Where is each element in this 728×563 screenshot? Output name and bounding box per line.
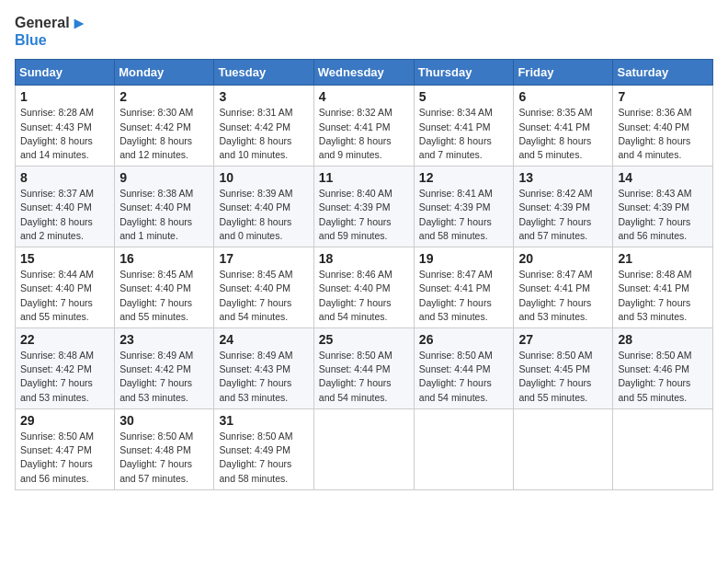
calendar-header-friday: Friday bbox=[514, 60, 613, 86]
calendar-cell bbox=[613, 408, 713, 489]
day-number: 25 bbox=[319, 332, 409, 347]
calendar-cell: 16Sunrise: 8:45 AM Sunset: 4:40 PM Dayli… bbox=[115, 247, 214, 328]
calendar-cell: 13Sunrise: 8:42 AM Sunset: 4:39 PM Dayli… bbox=[514, 167, 613, 247]
calendar-cell: 27Sunrise: 8:50 AM Sunset: 4:45 PM Dayli… bbox=[514, 327, 613, 408]
calendar-cell: 31Sunrise: 8:50 AM Sunset: 4:49 PM Dayli… bbox=[214, 408, 313, 489]
day-number: 1 bbox=[20, 89, 109, 104]
day-info: Sunrise: 8:50 AM Sunset: 4:45 PM Dayligh… bbox=[518, 349, 608, 405]
logo-general: General bbox=[15, 15, 70, 30]
calendar-header-monday: Monday bbox=[115, 60, 214, 86]
day-info: Sunrise: 8:36 AM Sunset: 4:40 PM Dayligh… bbox=[618, 106, 708, 162]
day-number: 3 bbox=[219, 89, 308, 104]
calendar-cell: 4Sunrise: 8:32 AM Sunset: 4:41 PM Daylig… bbox=[313, 86, 414, 167]
calendar-header-wednesday: Wednesday bbox=[313, 60, 414, 86]
day-info: Sunrise: 8:30 AM Sunset: 4:42 PM Dayligh… bbox=[119, 106, 209, 162]
calendar-cell: 7Sunrise: 8:36 AM Sunset: 4:40 PM Daylig… bbox=[613, 86, 713, 167]
day-info: Sunrise: 8:38 AM Sunset: 4:40 PM Dayligh… bbox=[119, 187, 209, 243]
day-number: 18 bbox=[319, 251, 409, 266]
logo-text: General Blue bbox=[15, 15, 87, 48]
calendar-cell: 26Sunrise: 8:50 AM Sunset: 4:44 PM Dayli… bbox=[414, 327, 514, 408]
day-info: Sunrise: 8:46 AM Sunset: 4:40 PM Dayligh… bbox=[319, 268, 409, 324]
calendar-cell: 9Sunrise: 8:38 AM Sunset: 4:40 PM Daylig… bbox=[115, 167, 214, 247]
calendar-cell: 5Sunrise: 8:34 AM Sunset: 4:41 PM Daylig… bbox=[414, 86, 514, 167]
calendar-week-row: 15Sunrise: 8:44 AM Sunset: 4:40 PM Dayli… bbox=[16, 247, 713, 328]
day-number: 23 bbox=[119, 332, 209, 347]
day-info: Sunrise: 8:50 AM Sunset: 4:47 PM Dayligh… bbox=[20, 430, 109, 486]
calendar-cell: 20Sunrise: 8:47 AM Sunset: 4:41 PM Dayli… bbox=[514, 247, 613, 328]
calendar-header-thursday: Thursday bbox=[414, 60, 514, 86]
day-number: 17 bbox=[219, 251, 308, 266]
calendar-cell: 24Sunrise: 8:49 AM Sunset: 4:43 PM Dayli… bbox=[214, 327, 313, 408]
day-info: Sunrise: 8:44 AM Sunset: 4:40 PM Dayligh… bbox=[20, 268, 109, 324]
calendar-week-row: 29Sunrise: 8:50 AM Sunset: 4:47 PM Dayli… bbox=[16, 408, 713, 489]
day-number: 19 bbox=[419, 251, 509, 266]
day-info: Sunrise: 8:45 AM Sunset: 4:40 PM Dayligh… bbox=[119, 268, 209, 324]
calendar-cell: 30Sunrise: 8:50 AM Sunset: 4:48 PM Dayli… bbox=[115, 408, 214, 489]
day-info: Sunrise: 8:43 AM Sunset: 4:39 PM Dayligh… bbox=[618, 187, 708, 243]
day-number: 16 bbox=[119, 251, 209, 266]
day-info: Sunrise: 8:31 AM Sunset: 4:42 PM Dayligh… bbox=[219, 106, 308, 162]
day-info: Sunrise: 8:48 AM Sunset: 4:42 PM Dayligh… bbox=[20, 349, 109, 405]
day-number: 2 bbox=[119, 89, 209, 104]
day-info: Sunrise: 8:32 AM Sunset: 4:41 PM Dayligh… bbox=[319, 106, 409, 162]
day-number: 9 bbox=[119, 170, 209, 185]
calendar-week-row: 8Sunrise: 8:37 AM Sunset: 4:40 PM Daylig… bbox=[16, 167, 713, 247]
day-info: Sunrise: 8:50 AM Sunset: 4:48 PM Dayligh… bbox=[119, 430, 209, 486]
calendar-cell: 10Sunrise: 8:39 AM Sunset: 4:40 PM Dayli… bbox=[214, 167, 313, 247]
calendar-cell: 1Sunrise: 8:28 AM Sunset: 4:43 PM Daylig… bbox=[16, 86, 115, 167]
calendar-header-tuesday: Tuesday bbox=[214, 60, 313, 86]
svg-marker-0 bbox=[74, 18, 84, 29]
day-number: 15 bbox=[20, 251, 109, 266]
day-info: Sunrise: 8:48 AM Sunset: 4:41 PM Dayligh… bbox=[618, 268, 708, 324]
day-number: 30 bbox=[119, 413, 209, 428]
calendar-cell: 15Sunrise: 8:44 AM Sunset: 4:40 PM Dayli… bbox=[16, 247, 115, 328]
calendar-cell: 22Sunrise: 8:48 AM Sunset: 4:42 PM Dayli… bbox=[16, 327, 115, 408]
day-info: Sunrise: 8:50 AM Sunset: 4:44 PM Dayligh… bbox=[319, 349, 409, 405]
day-number: 24 bbox=[219, 332, 308, 347]
calendar-cell bbox=[313, 408, 414, 489]
calendar-header-sunday: Sunday bbox=[16, 60, 115, 86]
day-info: Sunrise: 8:50 AM Sunset: 4:44 PM Dayligh… bbox=[419, 349, 509, 405]
day-number: 27 bbox=[518, 332, 608, 347]
calendar-cell: 29Sunrise: 8:50 AM Sunset: 4:47 PM Dayli… bbox=[16, 408, 115, 489]
day-number: 8 bbox=[20, 170, 109, 185]
calendar-cell: 17Sunrise: 8:45 AM Sunset: 4:40 PM Dayli… bbox=[214, 247, 313, 328]
logo-chevron-icon bbox=[71, 16, 87, 32]
day-info: Sunrise: 8:45 AM Sunset: 4:40 PM Dayligh… bbox=[219, 268, 308, 324]
calendar-cell: 12Sunrise: 8:41 AM Sunset: 4:39 PM Dayli… bbox=[414, 167, 514, 247]
calendar-header-row: SundayMondayTuesdayWednesdayThursdayFrid… bbox=[16, 60, 713, 86]
day-number: 29 bbox=[20, 413, 109, 428]
day-info: Sunrise: 8:47 AM Sunset: 4:41 PM Dayligh… bbox=[419, 268, 509, 324]
day-number: 21 bbox=[618, 251, 708, 266]
calendar-cell: 25Sunrise: 8:50 AM Sunset: 4:44 PM Dayli… bbox=[313, 327, 414, 408]
calendar-cell: 11Sunrise: 8:40 AM Sunset: 4:39 PM Dayli… bbox=[313, 167, 414, 247]
day-info: Sunrise: 8:39 AM Sunset: 4:40 PM Dayligh… bbox=[219, 187, 308, 243]
day-info: Sunrise: 8:49 AM Sunset: 4:43 PM Dayligh… bbox=[219, 349, 308, 405]
calendar-header-saturday: Saturday bbox=[613, 60, 713, 86]
day-number: 6 bbox=[518, 89, 608, 104]
day-info: Sunrise: 8:41 AM Sunset: 4:39 PM Dayligh… bbox=[419, 187, 509, 243]
day-number: 14 bbox=[618, 170, 708, 185]
calendar-cell: 19Sunrise: 8:47 AM Sunset: 4:41 PM Dayli… bbox=[414, 247, 514, 328]
day-number: 4 bbox=[319, 89, 409, 104]
day-number: 7 bbox=[618, 89, 708, 104]
calendar-cell: 28Sunrise: 8:50 AM Sunset: 4:46 PM Dayli… bbox=[613, 327, 713, 408]
day-info: Sunrise: 8:50 AM Sunset: 4:49 PM Dayligh… bbox=[219, 430, 308, 486]
day-info: Sunrise: 8:37 AM Sunset: 4:40 PM Dayligh… bbox=[20, 187, 109, 243]
calendar-cell: 14Sunrise: 8:43 AM Sunset: 4:39 PM Dayli… bbox=[613, 167, 713, 247]
day-info: Sunrise: 8:42 AM Sunset: 4:39 PM Dayligh… bbox=[518, 187, 608, 243]
calendar: SundayMondayTuesdayWednesdayThursdayFrid… bbox=[15, 59, 713, 489]
calendar-week-row: 1Sunrise: 8:28 AM Sunset: 4:43 PM Daylig… bbox=[16, 86, 713, 167]
header: General Blue bbox=[15, 15, 713, 48]
calendar-week-row: 22Sunrise: 8:48 AM Sunset: 4:42 PM Dayli… bbox=[16, 327, 713, 408]
logo-blue: Blue bbox=[15, 32, 47, 48]
day-number: 26 bbox=[419, 332, 509, 347]
day-info: Sunrise: 8:34 AM Sunset: 4:41 PM Dayligh… bbox=[419, 106, 509, 162]
calendar-cell bbox=[514, 408, 613, 489]
calendar-cell: 23Sunrise: 8:49 AM Sunset: 4:42 PM Dayli… bbox=[115, 327, 214, 408]
day-number: 5 bbox=[419, 89, 509, 104]
day-info: Sunrise: 8:40 AM Sunset: 4:39 PM Dayligh… bbox=[319, 187, 409, 243]
day-number: 11 bbox=[319, 170, 409, 185]
day-number: 12 bbox=[419, 170, 509, 185]
calendar-cell: 8Sunrise: 8:37 AM Sunset: 4:40 PM Daylig… bbox=[16, 167, 115, 247]
